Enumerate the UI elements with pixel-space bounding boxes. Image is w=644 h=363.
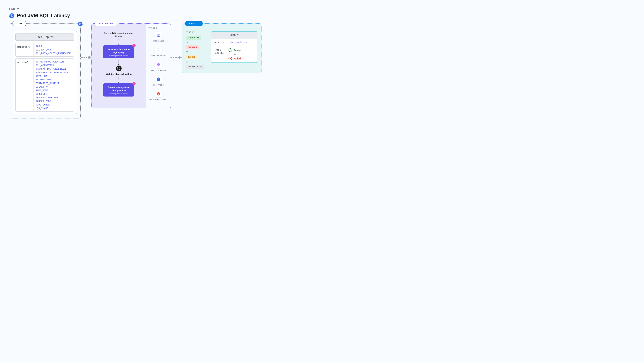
output-card: Output Metrics chaos metrics Probe Resul… (211, 31, 257, 63)
arrow-head-icon (179, 56, 182, 59)
exec-step-derive: Derive JVM machine under Chaos (104, 32, 134, 38)
kubernetes-badge-icon (78, 21, 83, 26)
input-param: SEQUENCE (36, 92, 72, 95)
metrics-value: chaos metrics (228, 41, 247, 44)
info-icon: ● (109, 55, 110, 56)
or-separator: OR (234, 53, 254, 56)
mandatory-items: TABLESQL_LATENCYSQL_DATA_ACCESS_FRAMEWOR… (34, 43, 74, 56)
optional-label: Optional (16, 58, 34, 112)
input-param: CONTAINER_RUNTIME (36, 82, 72, 84)
input-param: SQL_DATA_ACCESS_FRAMEWORK (36, 52, 72, 54)
status-completed: COMPLETED (186, 36, 201, 40)
arrow-tune-to-exec (80, 52, 91, 63)
input-param: TOTAL_CHAOS_DURATION (36, 60, 72, 63)
input-param: NODE_LABEL (36, 103, 72, 106)
mandatory-section: Mandatory TABLESQL_LATENCYSQL_DATA_ACCES… (16, 43, 74, 56)
probe-label: SRM SLO PROBE (151, 70, 166, 72)
or-separator: OR (186, 51, 208, 53)
info-icon: ● (109, 93, 110, 95)
probe-label: HTTP PROBE (152, 40, 164, 42)
input-param: TARGET_CONTAINER (36, 96, 72, 99)
flow-arrow-icon (118, 60, 119, 64)
input-param: TABLE (36, 45, 72, 48)
input-param: TARGET_PODS (36, 100, 72, 102)
check-icon: ✓ (228, 48, 232, 52)
flag-icon (132, 82, 136, 86)
optional-section: Optional TOTAL_CHAOS_DURATIONSQL_OPERATI… (16, 58, 74, 112)
probes-header: PROBES (148, 27, 168, 29)
result-failed: ✕Failed (228, 57, 254, 60)
metrics-key: Metrics (214, 41, 226, 44)
status-header: STATUS (186, 31, 208, 34)
arrow-head-icon (88, 56, 91, 59)
result-panel: RESULT STATUS COMPLETED OR ERRORED OR QU… (182, 24, 262, 73)
flag-icon (132, 44, 136, 47)
input-param: SQL_OPERATION (36, 64, 72, 66)
shield-icon (155, 61, 162, 68)
input-param: TRANSACTION_PERCENTAGE (36, 68, 72, 70)
status-errored: ERRORED (186, 45, 198, 50)
probe-item: HTTP PROBE (148, 32, 168, 42)
page-header: Fault Pod JVM SQL Latency (9, 7, 635, 18)
optional-items: TOTAL_CHAOS_DURATIONSQL_OPERATIONTRANSAC… (34, 58, 74, 112)
kubernetes-icon (9, 13, 15, 18)
probe-results-key: Probe Results (214, 48, 226, 54)
flame-icon (155, 90, 162, 98)
execution-panel: EXECUTION Derive JVM machine under Chaos… (91, 24, 171, 108)
clock-icon (116, 66, 122, 71)
probe-label: K8S PROBE (153, 84, 164, 86)
tune-panel: TUNE User Inputs Mandatory TABLESQL_LATE… (9, 24, 80, 119)
arrow-exec-to-result (171, 52, 182, 63)
header-category: Fault (9, 7, 635, 11)
svg-rect-11 (157, 49, 160, 51)
input-param: POD_AFFECTED_PERCENTAGE (36, 71, 72, 74)
privilege-note: ●Privilege access required (106, 55, 131, 56)
execution-label: EXECUTION (95, 21, 117, 26)
execution-flow: Derive JVM machine under Chaos Introduce… (92, 24, 146, 108)
terminal-icon (155, 46, 162, 54)
output-probe-results-row: Probe Results ✓Passed OR ✕Failed (211, 46, 257, 62)
probe-item: COMMAND PROBE (148, 46, 168, 57)
output-metrics-row: Metrics chaos metrics (211, 38, 257, 46)
or-separator: OR (186, 61, 208, 63)
status-incompleted: INCOMPLETED (186, 65, 204, 69)
status-column: STATUS COMPLETED OR ERRORED OR QUEUED OR… (186, 31, 208, 69)
mandatory-label: Mandatory (16, 43, 34, 56)
exec-card-title: Introduce latency in SQL query (106, 48, 131, 54)
input-param: SQL_LATENCY (36, 48, 72, 51)
flow-arrow-icon (118, 39, 119, 44)
exec-step-wait: Wait for chaos duration (106, 73, 132, 76)
input-param: JAVA_HOME (36, 75, 72, 77)
flow-arrow-icon (118, 77, 119, 82)
or-separator: OR (186, 41, 208, 44)
status-queued: QUEUED (186, 55, 197, 59)
probe-item: PROMETHEUS PROBE (148, 90, 168, 101)
probe-label: PROMETHEUS PROBE (149, 99, 168, 101)
probe-label: COMMAND PROBE (151, 55, 166, 57)
input-param: RAMP_TIME (36, 89, 72, 92)
result-label: RESULT (185, 21, 203, 26)
svg-point-14 (157, 92, 160, 96)
workflow-diagram: TUNE User Inputs Mandatory TABLESQL_LATE… (9, 24, 635, 119)
input-param: LIB_IMAGE (36, 107, 72, 110)
probe-item: K8S PROBE (148, 76, 168, 86)
user-inputs-card: User Inputs Mandatory TABLESQL_LATENCYSQ… (13, 31, 77, 114)
globe-icon (155, 32, 162, 39)
tune-label: TUNE (12, 21, 26, 26)
exec-card-title: Revert latency from Java process (106, 86, 131, 92)
probes-column: PROBES HTTP PROBECOMMAND PROBESRM SLO PR… (146, 24, 171, 108)
svg-marker-12 (157, 78, 160, 81)
exec-card-introduce: Introduce latency in SQL query ●Privileg… (103, 45, 134, 58)
input-param: BYTEMAN_PORT (36, 78, 72, 81)
input-param: SOCKET_PATH (36, 86, 72, 88)
k8s-icon (155, 76, 162, 83)
result-passed: ✓Passed (228, 48, 254, 52)
exec-card-revert: Revert latency from Java process ●Privil… (103, 83, 134, 96)
inputs-title: User Inputs (16, 34, 74, 41)
output-title: Output (211, 32, 257, 38)
page-title: Pod JVM SQL Latency (17, 13, 70, 18)
privilege-note: ●Privilege access required (106, 93, 131, 95)
probe-item: SRM SLO PROBE (148, 61, 168, 72)
cross-icon: ✕ (228, 57, 232, 60)
